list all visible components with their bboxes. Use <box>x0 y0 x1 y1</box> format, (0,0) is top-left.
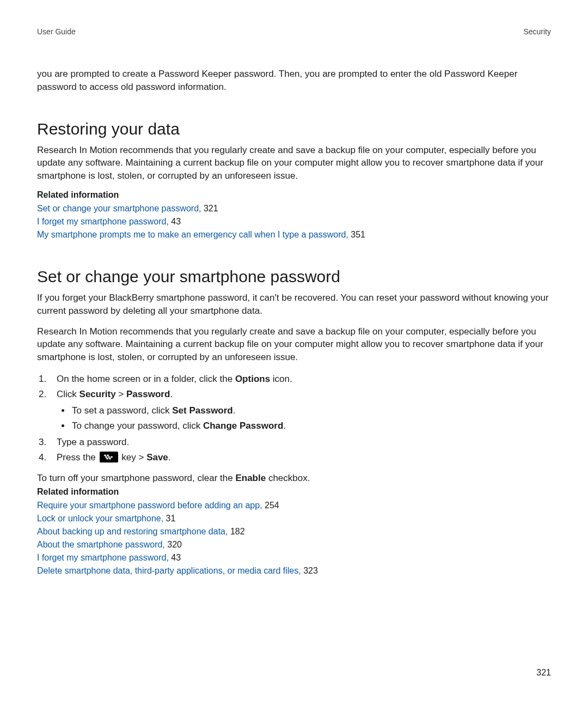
page-reference: 321 <box>204 204 218 213</box>
substep-item: To set a password, click Set Password. <box>71 403 551 418</box>
related-link[interactable]: I forget my smartphone password, <box>37 217 169 226</box>
section2-paragraph-2: Research In Motion recommends that you r… <box>37 325 551 364</box>
header-left: User Guide <box>37 27 76 36</box>
related-link[interactable]: About the smartphone password, <box>37 540 165 549</box>
related-link-item: Delete smartphone data, third-party appl… <box>37 564 551 577</box>
heading-restoring-your-data: Restoring your data <box>37 120 551 138</box>
svg-point-5 <box>106 458 108 460</box>
page-reference: 31 <box>166 514 176 523</box>
related-link-item: Lock or unlock your smartphone, 31 <box>37 512 551 525</box>
page-header: User Guide Security <box>37 27 551 36</box>
related-information-heading: Related information <box>37 487 551 497</box>
related-link[interactable]: My smartphone prompts me to make an emer… <box>37 230 348 239</box>
related-link-item: About the smartphone password, 320 <box>37 538 551 551</box>
page-number: 321 <box>536 668 551 678</box>
related-link-item: I forget my smartphone password, 43 <box>37 215 551 228</box>
step-bold: Save <box>146 452 168 462</box>
substep-bold: Set Password <box>172 405 233 416</box>
svg-point-4 <box>111 457 113 458</box>
related-link-item: My smartphone prompts me to make an emer… <box>37 228 551 241</box>
step-bold: Security <box>79 389 116 399</box>
intro-paragraph: you are prompted to create a Password Ke… <box>37 68 551 94</box>
related-information-list: Require your smartphone password before … <box>37 499 551 577</box>
related-information-list: Set or change your smartphone password, … <box>37 202 551 241</box>
step-text: On the home screen or in a folder, click… <box>57 374 235 384</box>
page-reference: 254 <box>265 501 279 510</box>
related-link[interactable]: I forget my smartphone password, <box>37 553 169 562</box>
step-item: Click Security > Password. To set a pass… <box>49 387 551 434</box>
note-text: To turn off your smartphone password, cl… <box>37 473 235 483</box>
step-item: Press the key > Save. <box>49 450 551 465</box>
step-text: key > <box>121 452 146 462</box>
turn-off-note: To turn off your smartphone password, cl… <box>37 472 551 485</box>
step-text: . <box>170 389 173 399</box>
related-link[interactable]: Require your smartphone password before … <box>37 501 262 510</box>
section1-paragraph: Research In Motion recommends that you r… <box>37 144 551 182</box>
note-bold: Enable <box>235 473 266 483</box>
page-reference: 320 <box>167 540 182 549</box>
step-bold: Password <box>126 389 170 399</box>
substep-text: . <box>233 405 236 416</box>
step-bold: Options <box>235 374 270 384</box>
step-text: . <box>168 452 171 462</box>
related-link[interactable]: Lock or unlock your smartphone, <box>37 514 163 523</box>
heading-set-or-change-password: Set or change your smartphone password <box>37 267 551 286</box>
substep-item: To change your password, click Change Pa… <box>71 418 551 434</box>
svg-point-2 <box>105 457 107 458</box>
section2-paragraph-1: If you forget your BlackBerry smartphone… <box>37 291 551 318</box>
substep-text: . <box>283 421 286 431</box>
document-page: User Guide Security you are prompted to … <box>0 0 588 706</box>
step-text: Click <box>57 389 79 399</box>
page-reference: 323 <box>303 566 318 575</box>
substep-bold: Change Password <box>203 421 283 431</box>
svg-point-0 <box>104 455 106 457</box>
related-link-item: Set or change your smartphone password, … <box>37 202 551 215</box>
svg-point-3 <box>108 457 110 458</box>
related-link-item: About backing up and restoring smartphon… <box>37 525 551 538</box>
related-link-item: Require your smartphone password before … <box>37 499 551 512</box>
svg-point-6 <box>109 458 111 460</box>
blackberry-key-icon <box>100 452 118 462</box>
related-link[interactable]: About backing up and restoring smartphon… <box>37 527 228 536</box>
page-reference: 182 <box>230 527 245 536</box>
related-link[interactable]: Delete smartphone data, third-party appl… <box>37 566 301 575</box>
step-text: > <box>116 389 126 399</box>
step-item: On the home screen or in a folder, click… <box>49 372 551 387</box>
step-item: Type a password. <box>49 435 551 450</box>
step-text: Type a password. <box>57 437 129 447</box>
note-text: checkbox. <box>266 473 310 483</box>
related-link-item: I forget my smartphone password, 43 <box>37 551 551 564</box>
header-right: Security <box>523 27 551 36</box>
page-reference: 43 <box>171 553 181 562</box>
related-link[interactable]: Set or change your smartphone password, <box>37 204 201 213</box>
steps-list: On the home screen or in a folder, click… <box>37 372 551 465</box>
page-reference: 43 <box>171 217 181 226</box>
svg-point-1 <box>107 455 109 457</box>
step-text: Press the <box>57 452 99 462</box>
substeps-list: To set a password, click Set Password. T… <box>57 403 551 434</box>
page-reference: 351 <box>351 230 365 239</box>
related-information-heading: Related information <box>37 190 551 200</box>
step-text: icon. <box>270 374 292 384</box>
substep-text: To set a password, click <box>72 405 172 416</box>
substep-text: To change your password, click <box>72 421 203 431</box>
